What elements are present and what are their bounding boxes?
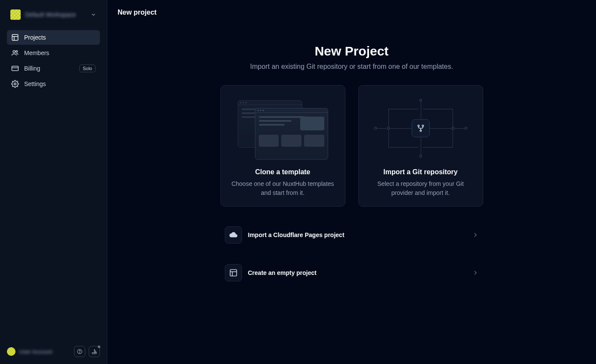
chevron-down-icon xyxy=(90,12,96,18)
svg-rect-5 xyxy=(12,66,19,71)
card-clone-template[interactable]: Clone a template Choose one of our NuxtH… xyxy=(220,85,345,207)
sidebar-item-settings[interactable]: Settings xyxy=(7,77,100,91)
chevron-right-icon xyxy=(472,269,479,276)
hero-title: New Project xyxy=(201,44,503,59)
sidebar: Default Workspace Projects Members xyxy=(0,0,107,364)
option-label: Create an empty project xyxy=(248,269,317,276)
help-button[interactable] xyxy=(74,346,85,357)
svg-rect-0 xyxy=(12,34,18,40)
sidebar-nav: Projects Members Billing Solo Settings xyxy=(7,30,100,91)
option-label: Import a Cloudflare Pages project xyxy=(248,231,345,238)
gear-icon xyxy=(11,80,19,88)
user-avatar xyxy=(7,347,16,356)
svg-point-10 xyxy=(418,125,419,126)
sidebar-footer: User Account xyxy=(7,346,100,357)
svg-rect-13 xyxy=(230,270,236,276)
card-icon xyxy=(11,65,19,72)
main-content: New project New Project Import an existi… xyxy=(107,0,596,364)
workspace-avatar xyxy=(10,9,21,20)
hero: New Project Import an existing Git repos… xyxy=(201,44,503,71)
sailboat-icon xyxy=(91,349,97,355)
svg-point-4 xyxy=(16,50,18,52)
svg-point-7 xyxy=(14,83,16,85)
help-icon xyxy=(77,349,83,355)
sidebar-item-projects[interactable]: Projects xyxy=(7,30,100,45)
card-title: Clone a template xyxy=(255,168,310,176)
option-create-empty[interactable]: Create an empty project xyxy=(220,258,483,287)
svg-point-11 xyxy=(422,125,423,126)
git-illustration xyxy=(366,96,475,160)
sidebar-item-label: Settings xyxy=(24,80,46,87)
users-icon xyxy=(11,49,19,57)
user-chip[interactable]: User Account xyxy=(7,347,71,356)
svg-point-9 xyxy=(80,352,80,353)
card-desc: Choose one of our NuxtHub templates and … xyxy=(229,179,337,197)
changelog-button[interactable] xyxy=(89,346,100,357)
card-desc: Select a repository from your Git provid… xyxy=(366,179,475,197)
sidebar-item-label: Members xyxy=(24,49,49,56)
hero-subtitle: Import an existing Git repository or sta… xyxy=(201,63,503,71)
fork-icon xyxy=(412,119,430,137)
page-title: New project xyxy=(118,9,586,16)
plan-badge: Solo xyxy=(79,65,96,72)
sidebar-item-label: Projects xyxy=(24,34,46,41)
layout-icon xyxy=(225,264,242,281)
layout-icon xyxy=(11,34,19,41)
workspace-switcher[interactable]: Default Workspace xyxy=(7,7,100,22)
svg-point-3 xyxy=(13,50,15,52)
svg-point-12 xyxy=(420,130,421,131)
template-illustration xyxy=(229,96,337,160)
option-import-cloudflare[interactable]: Import a Cloudflare Pages project xyxy=(220,220,483,250)
sidebar-item-label: Billing xyxy=(24,65,40,72)
chevron-right-icon xyxy=(472,231,479,238)
cloud-icon xyxy=(225,226,242,244)
sidebar-item-members[interactable]: Members xyxy=(7,46,100,60)
card-title: Import a Git repository xyxy=(383,168,457,176)
sidebar-item-billing[interactable]: Billing Solo xyxy=(7,61,100,76)
card-import-git[interactable]: Import a Git repository Select a reposit… xyxy=(358,85,483,207)
user-name: User Account xyxy=(19,349,52,355)
workspace-name: Default Workspace xyxy=(25,11,86,18)
